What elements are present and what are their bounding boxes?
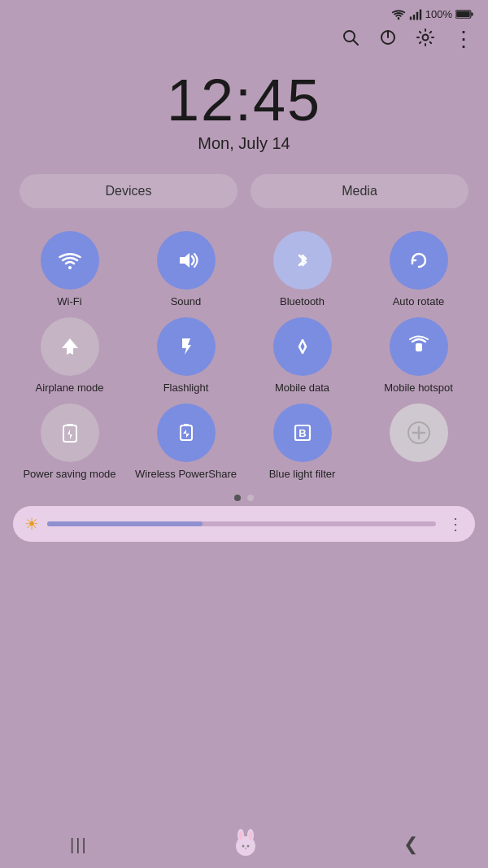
add-tile-icon [390, 403, 448, 462]
tile-sound[interactable]: Sound [129, 231, 242, 309]
brightness-icon: ☀ [24, 514, 39, 534]
svg-point-28 [239, 831, 242, 840]
tile-mobiledata[interactable]: Mobile data [246, 317, 359, 395]
tile-add[interactable] [362, 403, 475, 482]
svg-rect-6 [471, 13, 473, 16]
top-actions: ⋮ [0, 24, 488, 60]
home-bunny-icon[interactable] [228, 825, 264, 864]
svg-rect-3 [416, 11, 418, 20]
svg-point-0 [397, 17, 399, 20]
svg-rect-7 [456, 11, 470, 17]
status-bar: 100% [0, 0, 488, 24]
bluetooth-tile-icon [273, 231, 332, 290]
svg-point-30 [242, 845, 244, 848]
svg-point-29 [249, 831, 252, 840]
wifi-tile-label: Wi-Fi [57, 295, 81, 309]
bottom-nav: ||| ❮ [0, 821, 488, 868]
svg-rect-15 [416, 343, 422, 351]
tile-autorotate[interactable]: Auto rotate [362, 231, 475, 309]
battery-icon [455, 9, 473, 20]
svg-point-32 [245, 848, 246, 849]
settings-icon[interactable] [416, 28, 435, 52]
brightness-slider[interactable] [47, 521, 436, 526]
tile-flashlight[interactable]: Flashlight [129, 317, 242, 395]
brightness-more-icon[interactable]: ⋮ [447, 514, 464, 534]
svg-rect-2 [413, 15, 415, 20]
dot-2 [247, 495, 254, 501]
autorotate-tile-icon [390, 231, 448, 290]
clock-date: Mon, July 14 [0, 134, 488, 153]
flashlight-tile-icon [157, 317, 216, 376]
flashlight-tile-label: Flashlight [163, 382, 209, 395]
airplane-tile-icon [41, 317, 99, 376]
autorotate-tile-label: Auto rotate [393, 295, 445, 309]
page-dots [0, 495, 488, 501]
battery-percent: 100% [425, 8, 452, 20]
tile-hotspot[interactable]: Mobile hotspot [362, 317, 475, 395]
tile-wirelesspowershare[interactable]: Wireless PowerShare [129, 403, 242, 482]
clock-time: 12:45 [0, 68, 488, 133]
airplane-tile-label: Airplane mode [36, 382, 104, 395]
svg-point-31 [246, 845, 249, 848]
more-icon[interactable]: ⋮ [453, 27, 473, 52]
svg-point-12 [423, 34, 429, 40]
svg-rect-4 [420, 9, 421, 20]
brightness-row[interactable]: ☀ ⋮ [13, 506, 475, 542]
hotspot-tile-icon [390, 317, 448, 376]
svg-marker-14 [180, 253, 190, 268]
wifi-tile-icon [41, 231, 99, 290]
media-tab[interactable]: Media [251, 174, 468, 208]
tab-row: Devices Media [0, 158, 488, 216]
wirelesspowershare-tile-icon [157, 403, 216, 462]
search-icon[interactable] [341, 28, 360, 52]
svg-rect-19 [184, 424, 189, 426]
signal-icon [409, 9, 422, 20]
wirelesspowershare-tile-label: Wireless PowerShare [135, 468, 237, 482]
recents-icon[interactable]: ||| [70, 835, 88, 854]
svg-text:B: B [298, 427, 306, 439]
tile-bluelightfilter[interactable]: B Blue light filter [246, 403, 359, 482]
powersaving-tile-icon [41, 403, 99, 462]
svg-rect-17 [67, 424, 73, 426]
powersaving-tile-label: Power saving mode [23, 468, 115, 482]
tile-airplane[interactable]: Airplane mode [13, 317, 126, 395]
back-icon[interactable]: ❮ [403, 834, 418, 855]
sound-tile-label: Sound [171, 295, 202, 309]
mobiledata-tile-icon [273, 317, 332, 376]
devices-tab[interactable]: Devices [20, 174, 237, 208]
wifi-status-icon [391, 9, 406, 20]
tile-powersaving[interactable]: Power saving mode [13, 403, 126, 482]
power-icon[interactable] [378, 28, 398, 52]
tile-bluetooth[interactable]: Bluetooth [246, 231, 359, 309]
svg-rect-1 [410, 16, 412, 20]
hotspot-tile-label: Mobile hotspot [384, 382, 453, 395]
svg-line-9 [354, 40, 359, 45]
sound-tile-icon [157, 231, 216, 290]
dot-1 [234, 495, 241, 501]
svg-point-13 [68, 266, 72, 269]
bluelightfilter-tile-label: Blue light filter [269, 468, 336, 482]
bluelightfilter-tile-icon: B [273, 403, 332, 462]
status-icons: 100% [391, 8, 473, 20]
tiles-grid: Wi-Fi Sound Bluetooth Auto rotat [0, 216, 488, 486]
tile-wifi[interactable]: Wi-Fi [13, 231, 126, 309]
clock-section: 12:45 Mon, July 14 [0, 60, 488, 158]
bluetooth-tile-label: Bluetooth [280, 295, 325, 309]
brightness-fill [47, 521, 203, 526]
mobiledata-tile-label: Mobile data [275, 382, 329, 395]
